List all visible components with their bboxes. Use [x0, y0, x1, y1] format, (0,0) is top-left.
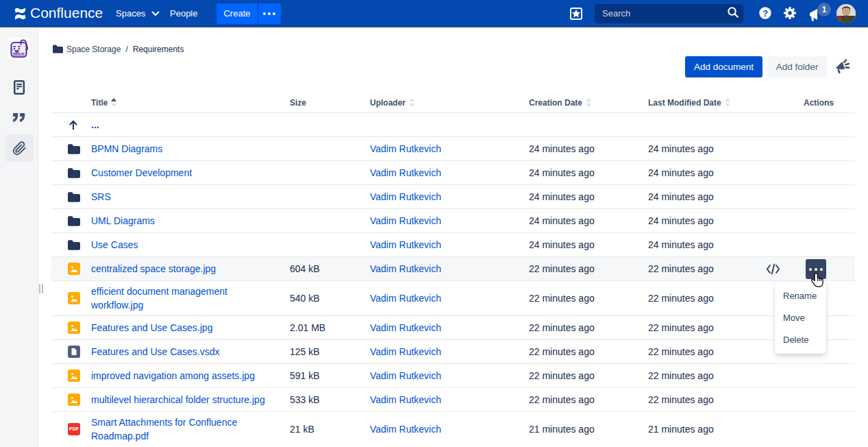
svg-text:?: ? — [762, 9, 768, 19]
